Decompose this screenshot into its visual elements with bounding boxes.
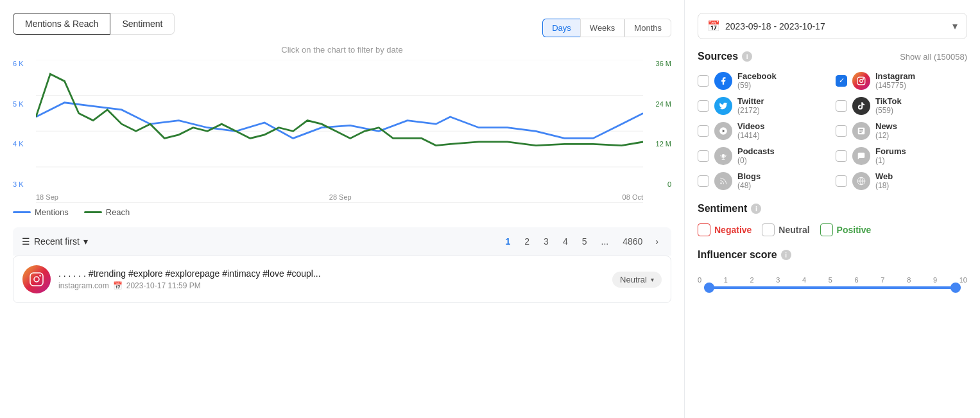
- page-2[interactable]: 2: [519, 234, 535, 249]
- source-forums-checkbox[interactable]: [836, 150, 847, 162]
- date-selector[interactable]: 📅 2023-09-18 - 2023-10-17 ▾: [698, 13, 967, 39]
- positive-checkbox[interactable]: [820, 223, 833, 236]
- source-tiktok: TikTok (559): [836, 96, 967, 115]
- chart-legend: Mentions Reach: [13, 207, 671, 217]
- avatar: [22, 265, 51, 293]
- facebook-icon: [714, 72, 732, 90]
- instagram-icon: [852, 72, 870, 90]
- post-text: . . . . . . #trending #explore #explorep…: [58, 268, 605, 279]
- source-web-checkbox[interactable]: [836, 175, 847, 187]
- show-all-button[interactable]: Show all (150058): [900, 52, 967, 62]
- chart-svg[interactable]: [36, 60, 643, 203]
- slider-handle-min[interactable]: [704, 283, 714, 293]
- slider-track[interactable]: [704, 286, 961, 289]
- svg-point-18: [720, 182, 721, 184]
- influencer-title: Influencer score i: [698, 249, 791, 261]
- neutral-checkbox[interactable]: [762, 223, 775, 236]
- news-info: News (12): [875, 121, 897, 140]
- source-instagram-checkbox[interactable]: [836, 75, 847, 87]
- source-facebook-checkbox[interactable]: [698, 75, 709, 87]
- slider-labels: 0 1 2 3 4 5 6 7 8 9 10: [698, 276, 967, 284]
- sentiment-title: Sentiment i: [698, 203, 761, 214]
- twitter-info: Twitter (2172): [737, 96, 764, 115]
- page-4[interactable]: 4: [558, 234, 573, 249]
- tab-sentiment[interactable]: Sentiment: [110, 13, 175, 35]
- post-item: . . . . . . #trending #explore #explorep…: [13, 256, 671, 303]
- source-twitter: Twitter (2172): [698, 96, 829, 115]
- podcasts-icon: [714, 147, 732, 165]
- y-axis-left: 6 K 5 K 4 K 3 K: [13, 60, 33, 188]
- tiktok-info: TikTok (559): [875, 96, 902, 115]
- source-news-checkbox[interactable]: [836, 125, 847, 137]
- svg-point-17: [722, 154, 725, 157]
- source-twitter-checkbox[interactable]: [698, 100, 709, 112]
- period-weeks[interactable]: Weeks: [580, 19, 625, 37]
- mentions-line-icon: [13, 211, 31, 213]
- period-days[interactable]: Days: [542, 19, 580, 37]
- forums-icon: [852, 147, 870, 165]
- sentiment-row: Negative Neutral Positive: [698, 223, 967, 236]
- source-instagram: Instagram (145775): [836, 71, 967, 90]
- period-months[interactable]: Months: [624, 19, 671, 37]
- date-chevron-icon: ▾: [952, 20, 958, 32]
- pagination: 1 2 3 4 5 ... 4860 ›: [501, 234, 662, 249]
- source-videos: Videos (1414): [698, 121, 829, 140]
- instagram-info: Instagram (145775): [875, 71, 915, 90]
- tabs: Mentions & Reach Sentiment: [13, 13, 175, 35]
- calendar-icon: 📅: [707, 20, 720, 32]
- reach-line-icon: [84, 211, 102, 213]
- date-range-text: 2023-09-18 - 2023-10-17: [725, 21, 947, 31]
- chart-container[interactable]: 6 K 5 K 4 K 3 K 36 M 24 M 12 M 0 18 Sep …: [13, 60, 671, 201]
- list-controls: ☰ Recent first ▾ 1 2 3 4 5 ... 4860 ›: [13, 227, 671, 256]
- forums-info: Forums (1): [875, 146, 906, 165]
- page-5[interactable]: 5: [577, 234, 592, 249]
- source-podcasts: Podcasts (0): [698, 146, 829, 165]
- podcasts-info: Podcasts (0): [737, 146, 775, 165]
- page-last[interactable]: 4860: [617, 234, 648, 249]
- slider-track-container[interactable]: [703, 286, 962, 297]
- page-1[interactable]: 1: [501, 234, 516, 249]
- source-podcasts-checkbox[interactable]: [698, 150, 709, 162]
- sources-grid: Facebook (59) Instagram (145775): [698, 71, 967, 190]
- web-info: Web (18): [875, 171, 893, 190]
- tab-mentions-reach[interactable]: Mentions & Reach: [13, 13, 110, 35]
- chart-subtitle: Click on the chart to filter by date: [13, 45, 671, 55]
- badge-label: Neutral: [620, 275, 647, 284]
- influencer-section: Influencer score i 0 1 2 3 4 5 6 7 8 9 1…: [698, 249, 967, 297]
- calendar-small-icon: 📅: [113, 281, 123, 290]
- sources-title: Sources i: [698, 51, 752, 62]
- sources-header: Sources i Show all (150058): [698, 51, 967, 62]
- y-axis-right: 36 M 24 M 12 M 0: [646, 60, 671, 188]
- neutral-label: Neutral: [778, 225, 809, 235]
- facebook-info: Facebook (59): [737, 71, 777, 90]
- source-videos-checkbox[interactable]: [698, 125, 709, 137]
- influencer-info-icon[interactable]: i: [781, 250, 791, 260]
- sentiment-info-icon[interactable]: i: [751, 204, 761, 214]
- web-icon: [852, 172, 870, 190]
- next-page-arrow[interactable]: ›: [651, 234, 662, 249]
- sources-count: (150058): [934, 52, 967, 62]
- negative-checkbox[interactable]: [698, 223, 710, 236]
- legend-reach: Reach: [84, 207, 130, 217]
- sentiment-badge[interactable]: Neutral ▾: [612, 272, 662, 288]
- sort-button[interactable]: ☰ Recent first ▾: [22, 236, 88, 247]
- source-forums: Forums (1): [836, 146, 967, 165]
- sentiment-negative: Negative: [698, 223, 752, 236]
- videos-icon: [714, 122, 732, 140]
- videos-info: Videos (1414): [737, 121, 764, 140]
- svg-point-10: [863, 78, 864, 79]
- sources-section: Sources i Show all (150058) Facebook (59…: [698, 51, 967, 190]
- svg-rect-8: [857, 77, 865, 85]
- source-tiktok-checkbox[interactable]: [836, 100, 847, 112]
- page-ellipsis: ...: [596, 234, 614, 249]
- slider-handle-max[interactable]: [950, 283, 961, 293]
- negative-label: Negative: [714, 225, 752, 235]
- source-news: News (12): [836, 121, 967, 140]
- svg-rect-5: [30, 273, 43, 286]
- chart-header: Mentions & Reach Sentiment Days Weeks Mo…: [13, 13, 671, 42]
- source-facebook: Facebook (59): [698, 71, 829, 90]
- source-blogs-checkbox[interactable]: [698, 175, 709, 187]
- sources-info-icon[interactable]: i: [742, 51, 752, 62]
- page-3[interactable]: 3: [538, 234, 554, 249]
- post-content: . . . . . . #trending #explore #explorep…: [58, 268, 605, 290]
